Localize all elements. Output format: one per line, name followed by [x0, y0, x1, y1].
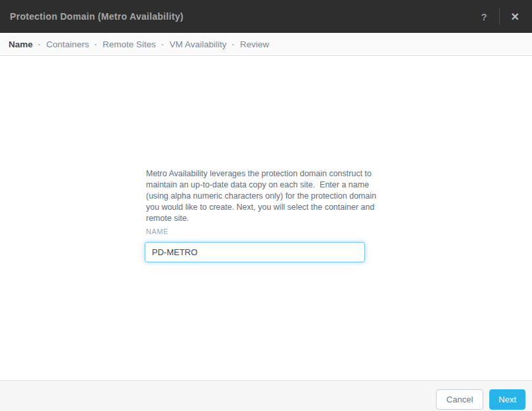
titlebar-divider — [499, 8, 500, 25]
step-separator: · — [38, 39, 41, 49]
name-field-label: NAME — [146, 228, 168, 235]
dialog-body: Metro Availability leverages the protect… — [0, 56, 532, 380]
dialog-title: Protection Domain (Metro Availability) — [10, 11, 183, 22]
next-button[interactable]: Next — [489, 389, 525, 410]
wizard-steps: Name · Containers · Remote Sites · VM Av… — [0, 33, 532, 56]
close-icon[interactable]: ✕ — [508, 9, 523, 24]
step-name[interactable]: Name — [9, 39, 33, 49]
step-vm-availability[interactable]: VM Availability — [170, 39, 227, 49]
name-input[interactable] — [145, 242, 365, 262]
step-separator: · — [231, 39, 235, 49]
step-separator: · — [161, 39, 164, 49]
step-remote-sites[interactable]: Remote Sites — [103, 39, 156, 49]
titlebar-actions: ? ✕ — [477, 8, 523, 25]
dialog-titlebar: Protection Domain (Metro Availability) ?… — [0, 0, 532, 33]
step-containers[interactable]: Containers — [46, 39, 89, 49]
description-text: Metro Availability leverages the protect… — [146, 168, 381, 224]
protection-domain-dialog: Protection Domain (Metro Availability) ?… — [0, 0, 532, 411]
step-review[interactable]: Review — [240, 39, 269, 49]
dialog-footer: Cancel Next — [0, 380, 532, 411]
cancel-button[interactable]: Cancel — [436, 389, 483, 410]
step-separator: · — [95, 39, 98, 49]
help-icon[interactable]: ? — [477, 10, 491, 24]
